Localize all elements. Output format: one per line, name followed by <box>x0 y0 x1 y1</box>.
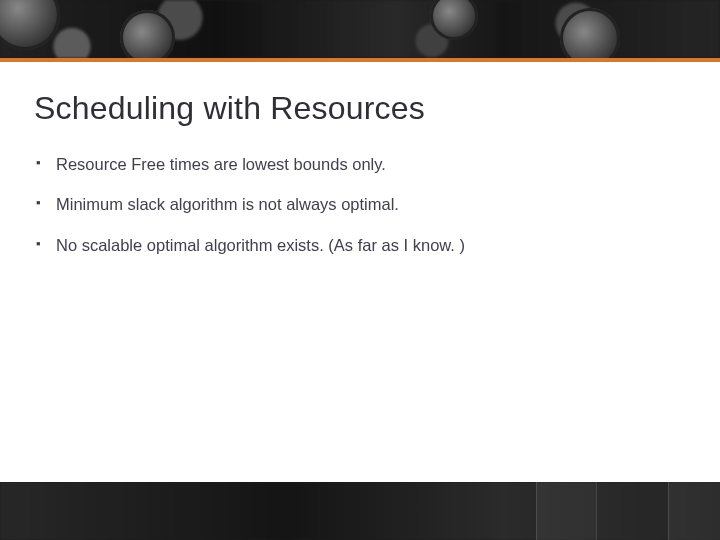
gear-icon <box>560 8 620 58</box>
slide: Scheduling with Resources Resource Free … <box>0 0 720 540</box>
bullet-list: Resource Free times are lowest bounds on… <box>34 153 686 256</box>
footer-placeholder-cells <box>536 482 720 540</box>
gear-icon <box>430 0 478 40</box>
footer-cell <box>536 482 596 540</box>
slide-title: Scheduling with Resources <box>34 90 686 127</box>
gear-icon <box>0 0 60 50</box>
footer-cell <box>596 482 668 540</box>
footer-cell <box>668 482 720 540</box>
header-image-band <box>0 0 720 58</box>
footer-image-band <box>0 482 720 540</box>
slide-content: Scheduling with Resources Resource Free … <box>0 62 720 256</box>
list-item: Minimum slack algorithm is not always op… <box>34 193 686 215</box>
gear-icon <box>120 10 175 58</box>
list-item: Resource Free times are lowest bounds on… <box>34 153 686 175</box>
list-item: No scalable optimal algorithm exists. (A… <box>34 234 686 256</box>
